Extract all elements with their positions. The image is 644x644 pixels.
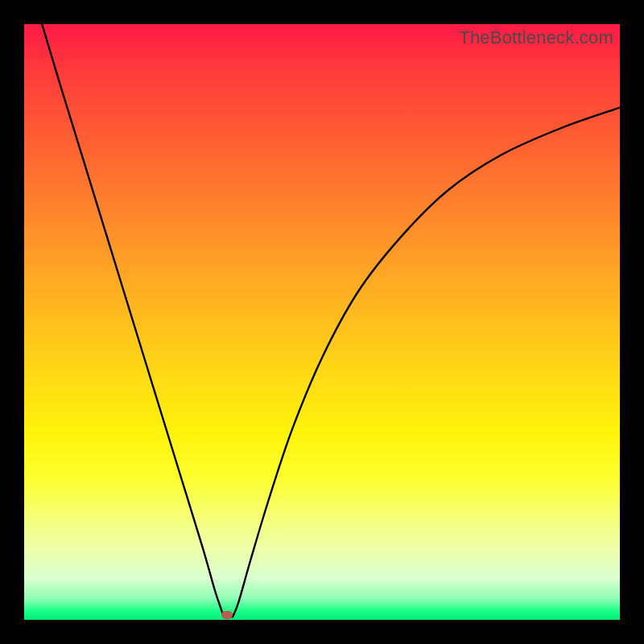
chart-stage: TheBottleneck.com xyxy=(0,0,644,644)
plot-area: TheBottleneck.com xyxy=(24,24,620,620)
curve-path xyxy=(42,24,620,617)
optimal-point-marker xyxy=(221,611,233,619)
watermark-text: TheBottleneck.com xyxy=(459,27,613,48)
bottleneck-curve xyxy=(24,24,620,620)
